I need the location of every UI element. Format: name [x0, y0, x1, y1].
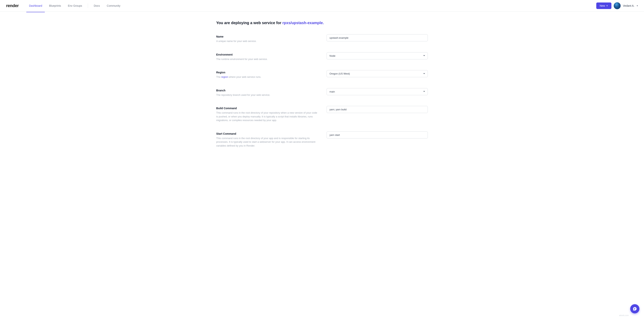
heading-prefix: You are deploying a web service for [216, 21, 282, 25]
region-description: The region where your web service runs. [216, 75, 318, 79]
region-select[interactable]: Oregon (US West) Ohio (US East) Frankfur… [326, 70, 428, 77]
branch-label-group: Branch The repository branch used for yo… [216, 88, 318, 97]
region-label-group: Region The region where your web service… [216, 70, 318, 79]
form-row-name: Name A unique name for your web service. [216, 34, 428, 43]
environment-select-wrapper: Node Python Ruby Go Rust Docker [326, 52, 428, 59]
environment-label: Environment [216, 53, 318, 56]
start-command-label: Start Command [216, 132, 318, 135]
region-desc-suffix: where your web service runs. [228, 75, 261, 78]
repo-link: rpxs/upstash-example. [282, 21, 324, 25]
build-command-description: This command runs in the root directory … [216, 111, 318, 122]
branch-label: Branch [216, 89, 318, 92]
build-command-input-wrapper [326, 106, 428, 113]
environment-label-group: Environment The runtime environment for … [216, 52, 318, 61]
region-link[interactable]: region [221, 75, 228, 78]
logo[interactable]: render [6, 3, 18, 8]
branch-select[interactable]: main master develop staging [326, 88, 428, 95]
page-title: You are deploying a web service for rpxs… [216, 21, 428, 25]
name-description: A unique name for your web service. [216, 39, 318, 43]
build-command-input[interactable] [326, 106, 428, 113]
environment-select[interactable]: Node Python Ruby Go Rust Docker [326, 52, 428, 59]
nav-links: Dashboard Blueprints Env Groups Docs Com… [26, 3, 596, 9]
nav-link-blueprints[interactable]: Blueprints [46, 3, 64, 9]
name-input-wrapper [326, 34, 428, 41]
name-label-group: Name A unique name for your web service. [216, 34, 318, 43]
nav-divider [88, 3, 88, 8]
plus-icon: + [606, 4, 608, 7]
branch-description: The repository branch used for your web … [216, 93, 318, 97]
form-row-branch: Branch The repository branch used for yo… [216, 88, 428, 97]
name-label: Name [216, 35, 318, 38]
region-label: Region [216, 71, 318, 74]
build-command-label: Build Command [216, 107, 318, 110]
navbar: render Dashboard Blueprints Env Groups D… [0, 0, 644, 11]
nav-right: New + Vedant A. ▾ [596, 2, 638, 9]
region-desc-prefix: The [216, 75, 221, 78]
form-row-environment: Environment The runtime environment for … [216, 52, 428, 61]
form-row-start-command: Start Command This command runs in the r… [216, 131, 428, 148]
build-command-label-group: Build Command This command runs in the r… [216, 106, 318, 122]
branch-select-wrapper: main master develop staging [326, 88, 428, 95]
nav-link-env-groups[interactable]: Env Groups [65, 3, 85, 9]
name-input[interactable] [326, 34, 428, 41]
environment-description: The runtime environment for your web ser… [216, 57, 318, 61]
chevron-down-icon[interactable]: ▾ [637, 4, 638, 7]
form-row-region: Region The region where your web service… [216, 70, 428, 79]
region-select-wrapper: Oregon (US West) Ohio (US East) Frankfur… [326, 70, 428, 77]
nav-link-community[interactable]: Community [104, 3, 123, 9]
user-name: Vedant A. [623, 4, 634, 7]
form-row-build-command: Build Command This command runs in the r… [216, 106, 428, 122]
avatar [614, 2, 620, 9]
nav-link-dashboard[interactable]: Dashboard [26, 3, 45, 9]
main-content: You are deploying a web service for rpxs… [207, 11, 437, 166]
avatar-image [614, 2, 620, 9]
new-button-label: New [600, 4, 605, 7]
nav-link-docs[interactable]: Docs [91, 3, 102, 9]
start-command-label-group: Start Command This command runs in the r… [216, 131, 318, 148]
start-command-description: This command runs in the root directory … [216, 136, 318, 148]
new-button[interactable]: New + [596, 2, 612, 9]
start-command-input-wrapper [326, 131, 428, 138]
start-command-input[interactable] [326, 131, 428, 138]
